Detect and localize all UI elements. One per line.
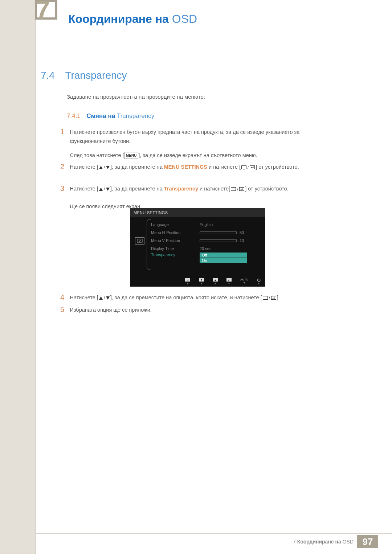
osd-value: 20 sec [200, 246, 211, 251]
step-text: Избраната опция ще се приложи. [70, 305, 324, 315]
osd-row-hpos: Menu H-Position : 50 [151, 229, 261, 237]
chapter-title: Координиране на OSD [68, 12, 197, 26]
osd-btn-auto: AUTO▾ [240, 278, 248, 285]
section-title: Transparency [65, 70, 127, 81]
osd-row-transparency: Transparency : Off On [151, 253, 261, 263]
osd-label: Display Time [151, 246, 195, 251]
osd-body: Language : English Menu H-Position : 50 … [130, 217, 265, 267]
osd-row-vpos: Menu V-Position : 10 [151, 237, 261, 245]
osd-value: 10 [240, 238, 244, 243]
step-number: 1 [60, 128, 68, 136]
osd-row-dtime: Display Time : 20 sec [151, 245, 261, 253]
intro-text: Задаване на прозрачността на прозорците … [67, 94, 205, 100]
osd-title: MENU SETTINGS [130, 208, 265, 217]
step-number: 3 [60, 184, 68, 193]
osd-settings-icon [135, 237, 144, 245]
osd-screenshot: MENU SETTINGS Language : English Menu H-… [130, 208, 265, 287]
osd-label: Menu V-Position [151, 238, 195, 243]
transparency-hl: Transparency [164, 186, 198, 192]
subsection-title-bold: Смяна на [86, 112, 115, 119]
section-number: 7.4 [41, 70, 55, 81]
subsection-number: 7.4.1 [67, 112, 81, 119]
step-text: Натиснете [ / ], за да се преместите на … [70, 293, 324, 302]
svg-rect-2 [242, 165, 246, 169]
osd-options: Off On [200, 253, 247, 263]
footer-divider [35, 533, 392, 534]
source-enter-icon: / [230, 186, 245, 193]
updown-icon: / [98, 164, 110, 171]
osd-option-on: On [200, 258, 247, 263]
osd-btn-enter: ↲▾ [226, 278, 232, 285]
svg-rect-8 [232, 190, 234, 191]
page-number: 97 [357, 535, 378, 548]
osd-bottom-buttons: ◂▾ ▾▾ ▴▾ ↲▾ AUTO▾ ⏻▾ [130, 278, 265, 285]
chapter-number: 7 [36, 0, 49, 25]
osd-row-language: Language : English [151, 221, 261, 229]
osd-btn-power: ⏻▾ [257, 278, 261, 285]
menu-settings-hl: MENU SETTINGS [164, 164, 207, 170]
chapter-title-light: OSD [169, 12, 197, 25]
osd-value: 50 [240, 230, 244, 235]
osd-label-active: Transparency [151, 253, 195, 257]
updown-icon: / [98, 186, 110, 193]
step-1: 1 Натиснете произволен бутон върху предн… [60, 128, 329, 145]
osd-slider [200, 231, 237, 234]
svg-rect-14 [263, 296, 268, 299]
updown-icon: / [98, 295, 110, 301]
section-heading: 7.4 Transparency [41, 70, 127, 81]
osd-bracket [147, 219, 151, 270]
step-text: Натиснете [ / ], за да преминете на MENU… [70, 163, 324, 172]
step-5: 5 Избраната опция ще се приложи. [60, 305, 329, 315]
step-text: Натиснете произволен бутон върху преднат… [70, 128, 324, 145]
svg-point-11 [139, 240, 140, 242]
step-text: Натиснете [ / ], за да преминете на Tran… [70, 184, 324, 211]
osd-option-off: Off [200, 253, 247, 258]
svg-marker-13 [106, 296, 110, 300]
osd-value: English [200, 222, 213, 227]
step-number: 4 [60, 293, 68, 301]
svg-rect-15 [264, 299, 266, 300]
osd-btn-back: ◂▾ [185, 278, 190, 285]
osd-btn-down: ▾▾ [199, 278, 204, 285]
source-enter-icon: / [241, 164, 256, 171]
svg-rect-9 [240, 187, 244, 190]
subsection-heading: 7.4.1 Смяна на Transparency [67, 112, 154, 120]
step-1-sub-text: След това натиснете [MENU], за да се изв… [70, 151, 324, 160]
step-number: 5 [60, 305, 68, 314]
svg-rect-10 [137, 239, 142, 242]
svg-rect-16 [271, 296, 276, 299]
step-4: 4 Натиснете [ / ], за да се преместите н… [60, 293, 329, 302]
svg-rect-3 [243, 169, 245, 169]
step-number: 2 [60, 163, 68, 171]
step-1-sub: След това натиснете [MENU], за да се изв… [60, 151, 329, 160]
svg-marker-5 [99, 188, 103, 191]
subsection-title-light: Transparency [115, 112, 154, 119]
svg-rect-4 [250, 165, 255, 169]
svg-marker-6 [106, 188, 110, 191]
svg-marker-12 [99, 296, 103, 300]
svg-marker-0 [99, 166, 103, 169]
step-2: 2 Натиснете [ / ], за да преминете на ME… [60, 163, 329, 172]
osd-label: Language [151, 222, 195, 227]
menu-button-label: MENU [124, 152, 138, 159]
source-enter-icon: / [262, 295, 277, 301]
footer-text: 7 Координиране на OSD [293, 539, 354, 545]
osd-slider [200, 239, 237, 242]
left-margin-line [35, 0, 36, 554]
osd-btn-up: ▴▾ [213, 278, 218, 285]
chapter-title-bold: Координиране на [68, 12, 169, 25]
svg-marker-1 [106, 166, 110, 169]
svg-rect-7 [231, 187, 236, 190]
step-3: 3 Натиснете [ / ], за да преминете на Tr… [60, 184, 329, 211]
left-margin-bar [0, 0, 35, 554]
osd-label: Menu H-Position [151, 230, 195, 235]
